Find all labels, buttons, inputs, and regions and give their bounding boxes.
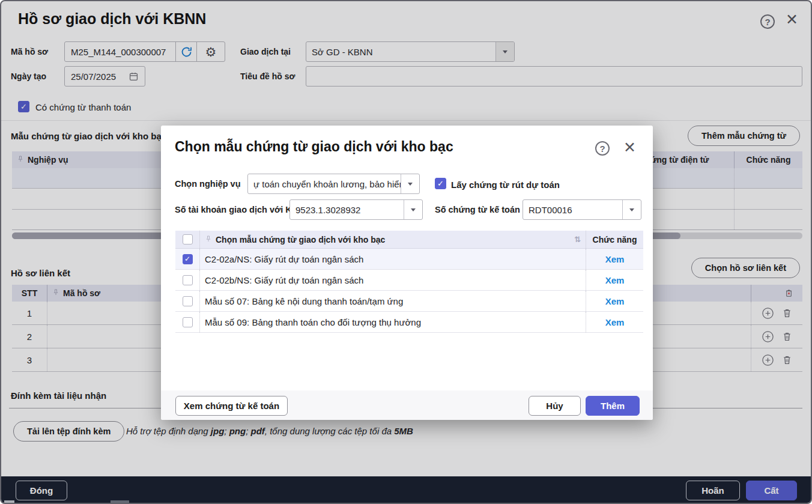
template-label: C2-02b/NS: Giấy rút dự toán ngân sách (199, 270, 586, 290)
sort-icon[interactable]: ⇅ (574, 235, 581, 244)
ho-so-giao-dich-window: Hồ sơ giao dịch với KBNN ? ✕ Mã hồ sơ M2… (0, 0, 812, 504)
modal-help-icon[interactable]: ? (595, 141, 610, 156)
template-table-header: Chọn mẫu chứng từ giao dịch với kho bạc … (175, 231, 643, 249)
template-label: C2-02a/NS: Giấy rút dự toán ngân sách (199, 249, 586, 269)
template-label: Mẫu số 07: Bảng kê nội dung thanh toán/t… (199, 291, 586, 311)
modal-title: Chọn mẫu chứng từ giao dịch với kho bạc (175, 139, 453, 155)
template-label: Mẫu số 09: Bảng thanh toán cho đối tượng… (199, 312, 586, 332)
doc-no-select[interactable]: RDT00016 (523, 199, 641, 220)
template-col-title: Chọn mẫu chứng từ giao dịch với kho bạc (216, 235, 385, 244)
lay-chung-tu-label: Lấy chứng từ rút dự toán (451, 180, 560, 190)
chevron-down-icon[interactable] (404, 200, 422, 219)
view-link[interactable]: Xem (605, 317, 625, 327)
pin-icon[interactable] (205, 235, 212, 244)
add-button[interactable]: Thêm (586, 396, 640, 416)
nghiep-vu-value: ự toán chuyển khoản lương, bảo hiểm (248, 174, 401, 193)
template-row[interactable]: ✓ C2-02a/NS: Giấy rút dự toán ngân sách … (175, 249, 643, 270)
account-select[interactable]: 9523.1.3028932 (289, 199, 423, 220)
chevron-down-icon[interactable] (401, 174, 419, 193)
row-checkbox[interactable] (183, 275, 193, 285)
row-checkbox[interactable]: ✓ (183, 254, 193, 264)
template-select-table: Chọn mẫu chứng từ giao dịch với kho bạc … (175, 231, 643, 333)
row-checkbox[interactable] (183, 296, 193, 306)
template-row[interactable]: Mẫu số 07: Bảng kê nội dung thanh toán/t… (175, 291, 643, 312)
template-row[interactable]: C2-02b/NS: Giấy rút dự toán ngân sách Xe… (175, 270, 643, 291)
choose-template-modal: Chọn mẫu chứng từ giao dịch với kho bạc … (161, 126, 653, 420)
row-checkbox[interactable] (183, 317, 193, 327)
select-all-checkbox[interactable] (183, 234, 193, 244)
doc-no-value: RDT00016 (523, 200, 622, 219)
view-accounting-doc-button[interactable]: Xem chứng từ kế toán (175, 396, 288, 416)
modal-footer: Xem chứng từ kế toán Hủy Thêm (161, 390, 653, 420)
nghiep-vu-select[interactable]: ự toán chuyển khoản lương, bảo hiểm (247, 174, 420, 194)
modal-close-icon[interactable]: ✕ (623, 140, 636, 155)
view-link[interactable]: Xem (605, 275, 625, 285)
lay-chung-tu-checkbox[interactable]: ✓ (435, 178, 446, 189)
chevron-down-icon[interactable] (622, 200, 641, 219)
view-link[interactable]: Xem (605, 296, 625, 306)
doc-no-label: Số chứng từ kế toán (435, 205, 520, 214)
account-value: 9523.1.3028932 (290, 200, 404, 219)
template-row[interactable]: Mẫu số 09: Bảng thanh toán cho đối tượng… (175, 312, 643, 333)
nghiep-vu-label: Chọn nghiệp vụ (175, 179, 241, 189)
cancel-button[interactable]: Hủy (529, 396, 581, 416)
view-link[interactable]: Xem (605, 254, 625, 264)
template-col-action: Chức năng (586, 231, 643, 248)
